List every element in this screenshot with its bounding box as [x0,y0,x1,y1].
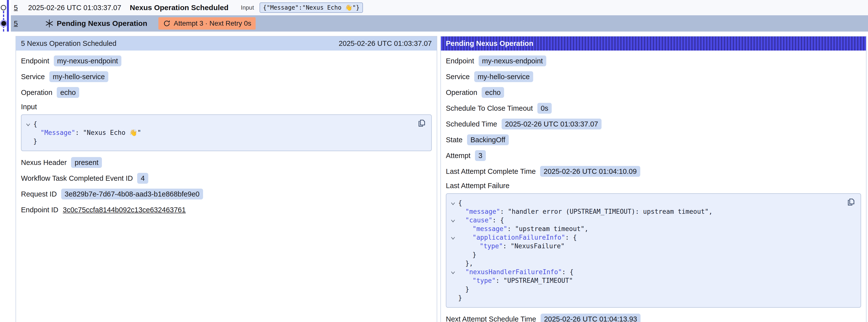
pending-asterisk-icon [45,19,54,28]
timeline-pending-marker-icon[interactable] [1,21,6,26]
field-value-badge: 2025-02-26 UTC 01:03:37.07 [502,119,601,129]
field-label: Schedule To Close Timeout [446,104,533,112]
event-id-link[interactable]: 5 [14,4,18,12]
json-line: "applicationFailureInfo": { [450,233,841,242]
field-row-nexus-header: Nexus Header present [21,157,432,168]
field-row-scheduled-time: Scheduled Time 2025-02-26 UTC 01:03:37.0… [446,119,861,129]
retry-icon [163,20,171,27]
chevron-down-icon[interactable] [450,235,456,241]
json-line: } [25,137,411,146]
field-row-workflow-task-completed-event-id: Workflow Task Completed Event ID 4 [21,173,432,184]
json-line: "message": "handler error (UPSTREAM_TIME… [450,207,841,216]
event-input-preview-badge[interactable]: {"Message":"Nexus Echo 👋"} [259,2,363,13]
json-text: } [472,251,476,258]
field-row-state: State BackingOff [446,134,861,145]
json-key: "cause" [465,217,493,224]
field-value-badge: 2025-02-26 UTC 01:04:10.09 [540,166,640,177]
endpoint-id-link[interactable]: 3c0c75ccfa8144b092c13ce632463761 [63,206,186,214]
temporal-event-history-screen: 5 2025-02-26 UTC 01:03:37.07 Nexus Opera… [0,0,868,322]
json-text: : "Nexus Echo 👋" [75,129,141,136]
chevron-down-icon[interactable] [25,122,31,127]
field-label: Last Attempt Complete Time [446,167,536,175]
field-label: Workflow Task Completed Event ID [21,174,133,183]
json-text: { [458,199,462,206]
field-label: Nexus Header [21,159,67,167]
json-text: : "UPSTREAM_TIMEOUT" [496,277,573,284]
pending-event-id-link[interactable]: 5 [14,20,18,28]
chevron-down-icon[interactable] [450,218,456,224]
field-row-next-attempt-schedule-time: Next Attempt Schedule Time 2025-02-26 UT… [446,314,861,322]
last-attempt-failure-label: Last Attempt Failure [446,182,861,190]
field-label: State [446,136,463,144]
json-key: "nexusHandlerFailureInfo" [465,268,562,276]
json-line: "cause": { [450,216,841,225]
field-value-badge: my-hello-service [49,71,108,82]
field-label: Scheduled Time [446,120,497,128]
field-value-badge: echo [57,87,79,98]
json-key: "type" [479,243,503,250]
event-detail-header: 5 Nexus Operation Scheduled 2025-02-26 U… [16,36,437,51]
field-row-operation: Operation echo [21,87,432,98]
event-detail-body: Endpoint my-nexus-endpoint Service my-he… [16,51,437,225]
json-text: : "upstream timeout", [507,225,588,232]
json-key: "message" [465,208,500,215]
field-value-badge: 4 [137,173,148,184]
pending-operation-panel: Pending Nexus Operation Endpoint my-nexu… [440,36,867,322]
json-text: } [465,286,469,293]
json-line: "message": "upstream timeout", [450,225,841,233]
copy-icon[interactable] [416,118,427,129]
field-row-endpoint-id: Endpoint ID 3c0c75ccfa8144b092c13ce63246… [21,204,432,215]
field-value-badge: echo [482,87,504,98]
field-row-schedule-to-close-timeout: Schedule To Close Timeout 0s [446,103,861,114]
field-label: Attempt [446,152,470,160]
field-row-service: Service my-hello-service [21,71,432,82]
failure-json-viewer: {"message": "handler error (UPSTREAM_TIM… [446,193,861,308]
json-text: } [458,294,462,301]
field-value-badge: 3 [475,150,486,161]
pending-operation-body: Endpoint my-nexus-endpoint Service my-he… [441,51,866,322]
field-label: Endpoint ID [21,206,59,214]
pending-operation-header-title: Pending Nexus Operation [446,39,533,47]
field-row-last-attempt-complete-time: Last Attempt Complete Time 2025-02-26 UT… [446,166,861,177]
timeline-event-marker-icon[interactable] [1,5,6,10]
pending-nexus-operation-row[interactable]: 5 Pending Nexus Operation Attempt 3 · Ne… [11,15,868,32]
retry-status-badge[interactable]: Attempt 3 · Next Retry 0s [158,17,256,30]
field-value-badge: 0s [537,103,552,114]
json-key: "applicationFailureInfo" [472,234,565,241]
json-text: } [33,137,37,145]
event-row-nexus-operation-scheduled[interactable]: 5 2025-02-26 UTC 01:03:37.07 Nexus Opera… [11,0,868,15]
event-detail-header-title: 5 Nexus Operation Scheduled [21,39,117,47]
field-value-badge: my-nexus-endpoint [54,56,122,66]
pending-title: Pending Nexus Operation [57,19,147,28]
field-row-operation: Operation echo [446,87,861,98]
field-label: Next Attempt Schedule Time [446,315,536,322]
json-text: : "NexusFailure" [503,243,564,250]
field-value-badge: my-nexus-endpoint [479,56,547,66]
field-value-badge: 2025-02-26 UTC 01:04:13.93 [540,314,641,322]
json-key: "Message" [40,129,75,136]
field-row-service: Service my-hello-service [446,71,861,82]
field-label: Endpoint [21,57,49,65]
selected-group-accent-bar [7,0,9,32]
input-section-label: Input [21,103,432,111]
json-line: } [450,285,841,294]
chevron-down-icon[interactable] [450,201,456,206]
copy-icon[interactable] [846,197,856,207]
json-line: }, [450,259,841,268]
event-detail-panel: 5 Nexus Operation Scheduled 2025-02-26 U… [16,36,437,322]
json-line: "type": "NexusFailure" [450,242,841,251]
event-detail-header-time: 2025-02-26 UTC 01:03:37.07 [339,39,432,47]
json-line: } [450,294,841,302]
chevron-down-icon[interactable] [450,270,456,276]
json-text: : { [565,234,577,241]
json-text: : "handler error (UPSTREAM_TIMEOUT): ups… [500,208,713,215]
status-badge: BackingOff [467,134,509,145]
input-json-viewer: {"Message": "Nexus Echo 👋"} [21,115,432,151]
field-value-badge: my-hello-service [474,71,533,82]
event-title: Nexus Operation Scheduled [130,3,228,12]
field-label: Service [446,73,470,81]
field-label: Request ID [21,190,57,198]
json-text: : { [493,217,504,224]
field-row-endpoint: Endpoint my-nexus-endpoint [21,56,432,66]
field-value-badge: present [71,157,102,168]
